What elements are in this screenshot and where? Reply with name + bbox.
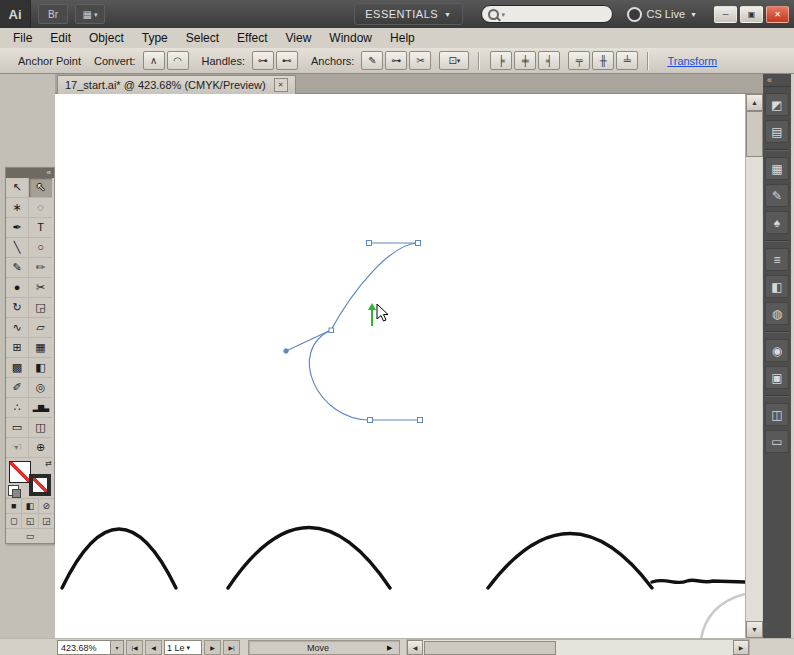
artboard-navigation-field[interactable]: 1 Le ▾ bbox=[164, 640, 202, 655]
panel-dock-collapse-icon[interactable]: « bbox=[763, 74, 791, 87]
color-guide-panel-icon[interactable]: ▤ bbox=[765, 120, 789, 143]
cut-path-button[interactable]: ✂ bbox=[409, 51, 431, 70]
vertical-scroll-thumb[interactable] bbox=[746, 111, 763, 157]
perspective-grid-tool[interactable]: ▦ bbox=[29, 338, 52, 358]
direct-selection-tool[interactable]: ↖ bbox=[29, 178, 52, 198]
draw-normal-button[interactable]: ◻ bbox=[6, 514, 22, 528]
menu-type[interactable]: Type bbox=[133, 29, 177, 47]
none-button[interactable]: ⊘ bbox=[39, 499, 54, 513]
menu-help[interactable]: Help bbox=[381, 29, 424, 47]
scissors-tool[interactable]: ✂ bbox=[29, 278, 52, 298]
align-bottom-button[interactable]: ╧ bbox=[616, 51, 638, 70]
width-tool[interactable]: ∿ bbox=[6, 318, 29, 338]
align-h-center-button[interactable]: ╪ bbox=[514, 51, 536, 70]
first-artboard-button[interactable]: |◀ bbox=[126, 640, 143, 655]
launch-bridge-button[interactable]: Br bbox=[38, 4, 68, 24]
show-handles-button[interactable]: ⊶ bbox=[252, 51, 274, 70]
magic-wand-tool[interactable]: ∗ bbox=[6, 198, 29, 218]
restore-button[interactable]: ▣ bbox=[740, 6, 763, 23]
tools-panel-collapse-icon[interactable]: « bbox=[6, 168, 54, 178]
horizontal-scroll-thumb[interactable] bbox=[424, 641, 556, 655]
scale-tool[interactable]: ◲ bbox=[29, 298, 52, 318]
anchor-points[interactable] bbox=[284, 241, 423, 423]
draw-behind-button[interactable]: ◱ bbox=[22, 514, 38, 528]
mesh-tool[interactable]: ▩ bbox=[6, 358, 29, 378]
swatches-panel-icon[interactable]: ▦ bbox=[765, 157, 789, 180]
cloud-outline-path[interactable] bbox=[62, 528, 745, 589]
pencil-tool[interactable]: ✏ bbox=[29, 258, 52, 278]
swap-fill-stroke-icon[interactable]: ⇄ bbox=[45, 459, 52, 468]
convert-to-smooth-button[interactable]: ◠ bbox=[167, 51, 189, 70]
scroll-right-icon[interactable]: ▶ bbox=[733, 640, 749, 655]
status-expand-icon[interactable]: ▶ bbox=[387, 644, 399, 652]
horizontal-scroll-track[interactable] bbox=[423, 641, 733, 654]
line-segment-tool[interactable]: ╲ bbox=[6, 238, 29, 258]
slice-tool[interactable]: ◫ bbox=[29, 418, 52, 438]
stroke-panel-icon[interactable]: ≡ bbox=[765, 248, 789, 271]
menu-object[interactable]: Object bbox=[80, 29, 133, 47]
color-button[interactable]: ■ bbox=[6, 499, 22, 513]
free-transform-tool[interactable]: ▱ bbox=[29, 318, 52, 338]
selection-tool[interactable]: ↖ bbox=[6, 178, 29, 198]
zoom-tool[interactable]: ⊕ bbox=[29, 438, 52, 458]
connect-endpoints-button[interactable]: ⊶ bbox=[385, 51, 407, 70]
paintbrush-tool[interactable]: ✎ bbox=[6, 258, 29, 278]
gradient-panel-icon[interactable]: ◧ bbox=[765, 275, 789, 298]
lasso-tool[interactable]: ◌ bbox=[29, 198, 52, 218]
column-graph-tool[interactable]: ▂▆▃ bbox=[29, 398, 52, 418]
minimize-button[interactable]: ─ bbox=[714, 6, 737, 23]
zoom-field[interactable]: 423.68% bbox=[57, 640, 111, 655]
menu-effect[interactable]: Effect bbox=[228, 29, 276, 47]
close-tab-icon[interactable]: ✕ bbox=[274, 78, 288, 92]
fill-color-swatch[interactable] bbox=[9, 461, 31, 483]
workspace-switcher-button[interactable]: ESSENTIALS ▼ bbox=[354, 3, 462, 25]
search-input[interactable] bbox=[508, 8, 605, 21]
blend-tool[interactable]: ◎ bbox=[29, 378, 52, 398]
ellipse-tool[interactable]: ○ bbox=[29, 238, 52, 258]
last-artboard-button[interactable]: ▶| bbox=[223, 640, 240, 655]
cs-live-button[interactable]: CS Live ▼ bbox=[627, 7, 697, 22]
selected-bezier-path[interactable] bbox=[286, 243, 420, 420]
transparency-panel-icon[interactable]: ◍ bbox=[765, 302, 789, 325]
artboard-tool[interactable]: ▭ bbox=[6, 418, 29, 438]
scroll-left-icon[interactable]: ◀ bbox=[407, 640, 423, 655]
search-box[interactable]: ▾ bbox=[481, 5, 613, 23]
hide-handles-button[interactable]: ⊷ bbox=[276, 51, 298, 70]
eyedropper-tool[interactable]: ✐ bbox=[6, 378, 29, 398]
align-left-button[interactable]: ╞ bbox=[490, 51, 512, 70]
blob-brush-tool[interactable]: ● bbox=[6, 278, 29, 298]
anchor-options-button[interactable]: ⊡ ▾ bbox=[439, 51, 469, 70]
gradient-button[interactable]: ◧ bbox=[22, 499, 38, 513]
graphic-styles-panel-icon[interactable]: ▣ bbox=[765, 366, 789, 389]
zoom-dropdown-icon[interactable]: ▾ bbox=[111, 640, 124, 655]
artboards-panel-icon[interactable]: ▭ bbox=[765, 430, 789, 453]
horizontal-scrollbar[interactable]: ◀ ▶ bbox=[406, 639, 750, 655]
symbol-sprayer-tool[interactable]: ∴ bbox=[6, 398, 29, 418]
rotate-tool[interactable]: ↻ bbox=[6, 298, 29, 318]
menu-edit[interactable]: Edit bbox=[41, 29, 80, 47]
next-artboard-button[interactable]: ▶ bbox=[204, 640, 221, 655]
scroll-up-icon[interactable]: ▲ bbox=[746, 94, 763, 111]
hand-tool[interactable]: ☜ bbox=[6, 438, 29, 458]
close-button[interactable]: ✕ bbox=[766, 6, 789, 23]
align-top-button[interactable]: ╤ bbox=[568, 51, 590, 70]
scroll-down-icon[interactable]: ▼ bbox=[746, 621, 763, 638]
convert-to-corner-button[interactable]: ∧ bbox=[143, 51, 165, 70]
document-tab[interactable]: 17_start.ai* @ 423.68% (CMYK/Preview) ✕ bbox=[57, 75, 296, 94]
layers-panel-icon[interactable]: ◫ bbox=[765, 403, 789, 426]
menu-window[interactable]: Window bbox=[320, 29, 381, 47]
align-right-button[interactable]: ╡ bbox=[538, 51, 560, 70]
canvas[interactable] bbox=[55, 94, 745, 638]
shape-builder-tool[interactable]: ⊞ bbox=[6, 338, 29, 358]
transform-link[interactable]: Transform bbox=[667, 55, 717, 67]
status-field[interactable]: Move ▶ bbox=[248, 640, 400, 655]
menu-file[interactable]: File bbox=[4, 29, 41, 47]
brushes-panel-icon[interactable]: ✎ bbox=[765, 184, 789, 207]
symbols-panel-icon[interactable]: ♠ bbox=[765, 211, 789, 234]
menu-view[interactable]: View bbox=[277, 29, 321, 47]
pen-tool[interactable]: ✒ bbox=[6, 218, 29, 238]
previous-artboard-button[interactable]: ◀ bbox=[145, 640, 162, 655]
gradient-tool[interactable]: ◧ bbox=[29, 358, 52, 378]
type-tool[interactable]: T bbox=[29, 218, 52, 238]
remove-anchor-button[interactable]: ✎ bbox=[361, 51, 383, 70]
